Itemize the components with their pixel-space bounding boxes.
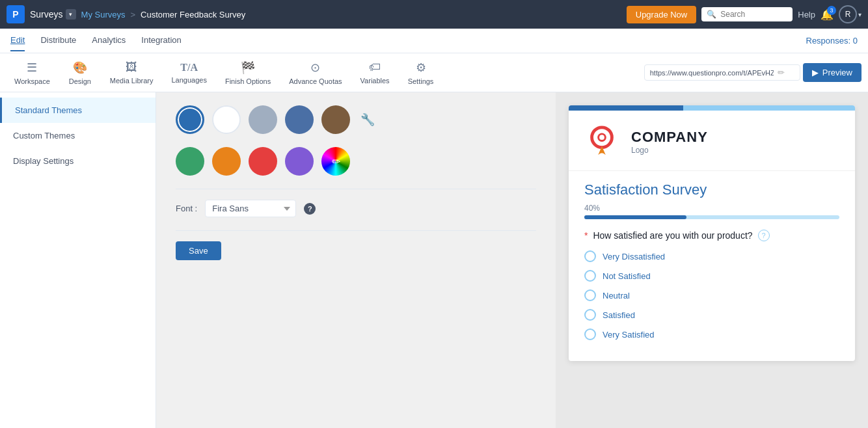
swatch-dark-blue[interactable] (285, 105, 314, 134)
progress-wrap: 40% (584, 204, 839, 219)
design-icon: 🎨 (73, 60, 87, 75)
user-avatar[interactable]: R (839, 5, 857, 23)
current-page: Customer Feedback Survey (141, 10, 245, 20)
app-title[interactable]: Surveys ▾ (30, 9, 76, 20)
advance-quotas-label: Advance Quotas (289, 77, 342, 85)
swatch-white[interactable] (212, 105, 241, 134)
survey-url-input[interactable] (650, 69, 774, 77)
swatch-brown[interactable] (321, 105, 350, 134)
toolbar-media-library[interactable]: 🖼 Media Library (102, 57, 161, 88)
preview-button[interactable]: ▶ Preview (803, 63, 861, 82)
toolbar-design[interactable]: 🎨 Design (61, 57, 100, 89)
preview-label: Preview (822, 68, 852, 77)
media-library-icon: 🖼 (126, 60, 137, 74)
toolbar-settings[interactable]: ⚙ Settings (400, 57, 442, 89)
second-nav: Edit Distribute Analytics Integration Re… (0, 29, 868, 53)
sidebar-item-display-settings[interactable]: Display Settings (0, 148, 156, 174)
survey-title: Satisfaction Survey (584, 181, 839, 198)
toolbar: ☰ Workspace 🎨 Design 🖼 Media Library T/A… (0, 53, 868, 92)
sidebar-item-custom-themes[interactable]: Custom Themes (0, 123, 156, 148)
variables-icon: 🏷 (369, 60, 381, 74)
color-swatches-row2: ✏ (176, 147, 536, 176)
notification-badge: 3 (827, 6, 836, 15)
swatch-red[interactable] (249, 147, 277, 176)
tab-analytics[interactable]: Analytics (92, 30, 126, 51)
toolbar-advance-quotas[interactable]: ⊙ Advance Quotas (281, 57, 349, 89)
radio-satisfied[interactable] (584, 309, 596, 321)
question-help-icon[interactable]: ? (758, 230, 770, 241)
survey-preview-panel: COMPANY Logo Satisfaction Survey 40% * (556, 92, 868, 428)
divider (176, 189, 536, 189)
finish-options-label: Finish Options (225, 77, 271, 85)
notification-area: 🔔 3 (821, 8, 834, 21)
swatch-orange[interactable] (212, 147, 241, 176)
workspace-label: Workspace (14, 77, 50, 85)
swatch-rainbow[interactable]: ✏ (321, 147, 350, 176)
variables-label: Variables (360, 77, 390, 85)
color-swatches-row1: 🔧 (176, 105, 536, 134)
app-logo: P (7, 5, 25, 23)
toolbar-workspace[interactable]: ☰ Workspace (7, 57, 58, 89)
font-help-icon[interactable]: ? (304, 203, 316, 215)
my-surveys-link[interactable]: My Surveys (81, 10, 126, 20)
font-row: Font : Fira Sans ? (176, 200, 536, 217)
user-menu[interactable]: R ▾ (839, 5, 861, 23)
survey-header: COMPANY Logo (569, 111, 855, 171)
radio-not-satisfied[interactable] (584, 270, 596, 282)
option-very-dissatisfied[interactable]: Very Dissatisfied (584, 250, 839, 262)
sidebar-item-standard-themes[interactable]: Standard Themes (0, 98, 156, 123)
swatch-blue[interactable] (176, 105, 204, 134)
radio-neutral[interactable] (584, 289, 596, 301)
question-label: * How satisfied are you with our product… (584, 230, 839, 241)
company-logo-wrap (584, 124, 621, 160)
swatch-green[interactable] (176, 147, 204, 176)
survey-top-bar (569, 105, 855, 111)
responses-count: Responses: 0 (806, 36, 858, 46)
top-nav: P Surveys ▾ My Surveys > Customer Feedba… (0, 0, 868, 29)
progress-bar-bg (584, 215, 839, 219)
tab-integration[interactable]: Integration (141, 30, 181, 51)
tab-distribute[interactable]: Distribute (40, 30, 76, 51)
radio-very-satisfied[interactable] (584, 328, 596, 340)
upgrade-button[interactable]: Upgrade Now (627, 6, 697, 23)
languages-label: Languages (171, 76, 206, 84)
option-satisfied[interactable]: Satisfied (584, 309, 839, 321)
survey-preview: COMPANY Logo Satisfaction Survey 40% * (569, 105, 855, 361)
survey-url-wrap: ✏ (644, 64, 800, 81)
workspace-icon: ☰ (27, 60, 37, 75)
wrench-icon[interactable]: 🔧 (360, 113, 375, 127)
option-very-satisfied[interactable]: Very Satisfied (584, 328, 839, 340)
preview-icon: ▶ (812, 68, 819, 77)
company-name-wrap: COMPANY Logo (631, 129, 708, 155)
company-logo-svg (584, 124, 619, 159)
swatch-gray[interactable] (249, 105, 277, 134)
breadcrumb-separator: > (130, 10, 135, 20)
edit-url-icon[interactable]: ✏ (778, 68, 785, 77)
font-select[interactable]: Fira Sans (205, 200, 296, 217)
search-icon: 🔍 (707, 10, 716, 19)
company-sub: Logo (631, 146, 708, 155)
edit-icon: ✏ (321, 147, 350, 176)
option-not-satisfied[interactable]: Not Satisfied (584, 270, 839, 282)
progress-pct: 40% (584, 204, 839, 213)
surveys-dropdown[interactable]: ▾ (66, 9, 76, 20)
swatch-purple[interactable] (285, 147, 314, 176)
languages-icon: T/A (180, 62, 198, 74)
radio-very-dissatisfied[interactable] (584, 250, 596, 262)
save-button[interactable]: Save (176, 241, 221, 260)
toolbar-finish-options[interactable]: 🏁 Finish Options (217, 57, 278, 89)
search-input[interactable] (720, 10, 787, 19)
tab-edit[interactable]: Edit (10, 30, 25, 51)
help-label: Help (798, 10, 815, 20)
media-library-label: Media Library (110, 77, 154, 85)
font-label: Font : (176, 204, 197, 213)
search-box[interactable]: 🔍 (701, 7, 793, 21)
settings-label: Settings (408, 77, 434, 85)
advance-quotas-icon: ⊙ (310, 60, 320, 75)
toolbar-variables[interactable]: 🏷 Variables (353, 57, 398, 88)
user-dropdown-arrow: ▾ (858, 11, 861, 18)
option-neutral[interactable]: Neutral (584, 289, 839, 301)
toolbar-languages[interactable]: T/A Languages (163, 58, 214, 88)
company-name: COMPANY (631, 129, 708, 146)
breadcrumb: My Surveys > Customer Feedback Survey (81, 10, 246, 20)
